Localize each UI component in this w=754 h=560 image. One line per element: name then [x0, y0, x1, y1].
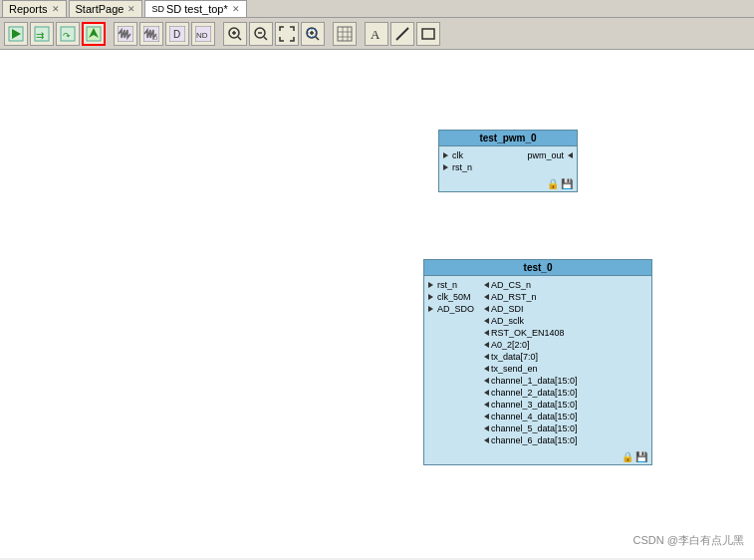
block-test-0-footer: 🔒 💾: [424, 449, 651, 464]
zoom-selection-button[interactable]: [301, 22, 325, 46]
rectangle-button[interactable]: [416, 22, 440, 46]
tab-reports[interactable]: Reports ✕: [2, 0, 67, 17]
tab-sd-icon: SD: [151, 4, 164, 14]
tab-startpage-close[interactable]: ✕: [127, 4, 135, 14]
svg-text:ND: ND: [196, 31, 208, 40]
block-test-pwm-0-footer: 🔒 💾: [439, 176, 577, 191]
nd-button[interactable]: ND: [191, 22, 215, 46]
svg-line-33: [396, 28, 408, 40]
tab-test-top-label: SD test_top*: [166, 3, 228, 15]
chip-icon-0: 💾: [635, 451, 647, 462]
d-button[interactable]: D: [165, 22, 189, 46]
tab-reports-label: Reports: [9, 3, 48, 15]
block-test-0-title: test_0: [424, 260, 651, 276]
wave1-button[interactable]: [114, 22, 137, 46]
block-test-pwm-0-title: test_pwm_0: [439, 131, 577, 146]
run-button[interactable]: [4, 22, 28, 46]
port-clk-50m[interactable]: clk_50M: [428, 292, 474, 302]
port-ch1-data[interactable]: channel_1_data[15:0]: [482, 376, 647, 386]
step-into-button[interactable]: ⇉: [30, 22, 54, 46]
port-rst-ok-en1408[interactable]: RST_OK_EN1408: [482, 328, 647, 338]
block-test-0-ports-right: AD_CS_n AD_RST_n AD_SDI AD_sclk RST_OK_E…: [478, 278, 651, 447]
block-test-pwm-0[interactable]: test_pwm_0 clk rst_n pwm_out: [438, 130, 578, 192]
lock-icon: 🔒: [547, 178, 559, 189]
tab-startpage-label: StartPage: [76, 3, 125, 15]
tab-test-top-close[interactable]: ✕: [232, 4, 240, 14]
svg-rect-27: [338, 27, 352, 41]
svg-text:↷: ↷: [63, 31, 71, 41]
text-button[interactable]: A: [365, 22, 388, 46]
lock-icon-0: 🔒: [622, 451, 633, 462]
tab-bar: Reports ✕ StartPage ✕ SD SD test_top* ✕: [0, 0, 754, 18]
svg-text:D: D: [173, 29, 180, 40]
port-rst-n[interactable]: rst_n: [443, 162, 472, 172]
port-pwm-out[interactable]: pwm_out: [527, 150, 573, 160]
port-ch6-data[interactable]: channel_6_data[15:0]: [482, 435, 647, 445]
port-ad-sdi[interactable]: AD_SDI: [482, 304, 647, 314]
port-ch5-data[interactable]: channel_5_data[15:0]: [482, 423, 647, 433]
port-ch4-data[interactable]: channel_4_data[15:0]: [482, 412, 647, 421]
grid-button[interactable]: [333, 22, 357, 46]
block-test-pwm-0-ports-left: clk rst_n: [439, 148, 476, 174]
svg-text:D: D: [153, 35, 158, 41]
block-test-pwm-0-ports-right: pwm_out: [523, 148, 577, 174]
zoom-in-button[interactable]: [223, 22, 247, 46]
svg-text:A: A: [371, 27, 380, 42]
port-ch3-data[interactable]: channel_3_data[15:0]: [482, 400, 647, 410]
tab-reports-close[interactable]: ✕: [52, 4, 60, 14]
block-test-0[interactable]: test_0 rst_n clk_50M AD_SDO AD_CS: [423, 259, 652, 465]
fit-button[interactable]: [275, 22, 299, 46]
watermark: CSDN @李白有点儿黑: [633, 533, 744, 548]
zoom-out-button[interactable]: [249, 22, 273, 46]
block-test-0-ports-left: rst_n clk_50M AD_SDO: [424, 278, 478, 447]
canvas-area[interactable]: test_pwm_0 clk rst_n pwm_out: [0, 50, 754, 558]
port-ad-cs-n[interactable]: AD_CS_n: [482, 280, 647, 290]
block-test-0-body: rst_n clk_50M AD_SDO AD_CS_n AD_RST_n: [424, 276, 651, 449]
port-tx-send-en[interactable]: tx_send_en: [482, 364, 647, 374]
generate-button[interactable]: [82, 22, 106, 46]
port-a0-2[interactable]: A0_2[2:0]: [482, 340, 647, 350]
svg-rect-34: [422, 29, 434, 39]
tab-test-top[interactable]: SD SD test_top* ✕: [144, 0, 246, 17]
port-rst-n-0[interactable]: rst_n: [428, 280, 474, 290]
block-test-pwm-0-body: clk rst_n pwm_out: [439, 146, 577, 176]
wave2-button[interactable]: D: [139, 22, 163, 46]
port-ad-rst-n[interactable]: AD_RST_n: [482, 292, 647, 302]
toolbar: ⇉ ↷ D D N: [0, 18, 754, 50]
step-over-button[interactable]: ↷: [56, 22, 80, 46]
line-button[interactable]: [390, 22, 414, 46]
port-ch2-data[interactable]: channel_2_data[15:0]: [482, 388, 647, 398]
port-ad-sdo[interactable]: AD_SDO: [428, 304, 474, 314]
port-clk[interactable]: clk: [443, 150, 472, 160]
chip-icon: 💾: [561, 178, 573, 189]
port-ad-sclk[interactable]: AD_sclk: [482, 316, 647, 326]
svg-line-18: [238, 37, 241, 40]
svg-text:⇉: ⇉: [36, 30, 44, 41]
tab-startpage[interactable]: StartPage ✕: [69, 0, 143, 17]
port-tx-data[interactable]: tx_data[7:0]: [482, 352, 647, 362]
svg-line-25: [316, 37, 319, 40]
svg-line-21: [264, 37, 267, 40]
